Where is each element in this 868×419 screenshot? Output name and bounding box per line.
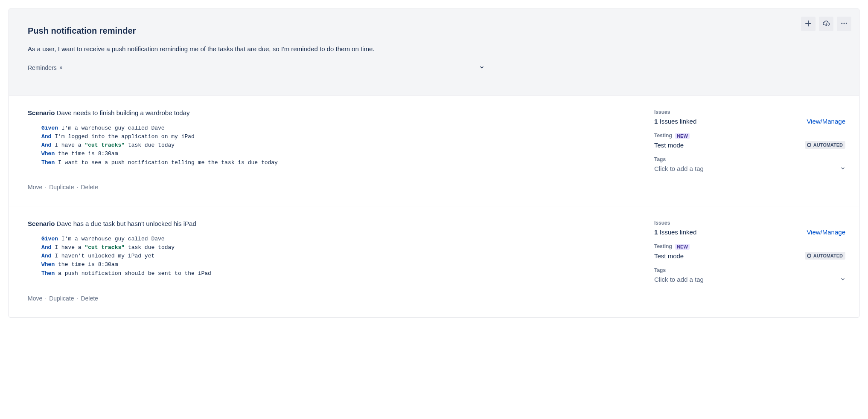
scenario-sidebar: Issues1 Issues linkedView/ManageTesting …: [654, 95, 859, 206]
issues-linked-text: 1 Issues linked: [654, 118, 696, 125]
issues-heading: Issues: [654, 109, 845, 115]
feature-card: Push notification reminder As a user, I …: [9, 9, 859, 318]
duplicate-action[interactable]: Duplicate: [49, 184, 74, 191]
circle-icon: [807, 143, 811, 147]
download-button[interactable]: [819, 17, 833, 31]
testing-heading: Testing NEW: [654, 133, 845, 139]
move-action[interactable]: Move: [28, 184, 42, 191]
gherkin-steps[interactable]: Given I'm a warehouse guy called Dave An…: [28, 235, 635, 278]
chevron-down-icon: [840, 277, 845, 282]
scenarios-list: Scenario Dave needs to finish building a…: [9, 95, 859, 317]
feature-description: As a user, I want to receive a push noti…: [28, 45, 840, 52]
plus-icon: [805, 20, 812, 28]
issues-row: 1 Issues linkedView/Manage: [654, 228, 845, 236]
test-mode-row: Test modeAUTOMATED: [654, 252, 845, 260]
scenario-main: Scenario Dave needs to finish building a…: [9, 95, 654, 206]
feature-tag-chip[interactable]: Reminders ✕: [28, 64, 63, 71]
duplicate-action[interactable]: Duplicate: [49, 295, 74, 302]
scenario-block: Scenario Dave has a due task but hasn't …: [9, 206, 859, 317]
scenario-title[interactable]: Scenario Dave needs to finish building a…: [28, 109, 635, 116]
new-badge: NEW: [675, 244, 690, 250]
issues-linked-text: 1 Issues linked: [654, 228, 696, 236]
tags-heading: Tags: [654, 267, 845, 273]
test-mode-label: Test mode: [654, 142, 684, 149]
tag-placeholder-text: Click to add a tag: [654, 276, 704, 283]
test-mode-label: Test mode: [654, 252, 684, 260]
new-badge: NEW: [675, 133, 690, 139]
chevron-down-icon: [479, 65, 484, 70]
testing-heading: Testing NEW: [654, 243, 845, 249]
feature-header: Push notification reminder As a user, I …: [9, 9, 859, 95]
tags-dropdown-toggle[interactable]: [479, 64, 484, 71]
svg-point-2: [846, 23, 847, 24]
gherkin-steps[interactable]: Given I'm a warehouse guy called Dave An…: [28, 124, 635, 167]
automated-badge[interactable]: AUTOMATED: [805, 141, 845, 149]
delete-action[interactable]: Delete: [81, 184, 98, 191]
chevron-down-icon: [840, 166, 845, 171]
close-icon[interactable]: ✕: [59, 66, 63, 70]
move-action[interactable]: Move: [28, 295, 42, 302]
add-tag-row[interactable]: Click to add a tag: [654, 165, 845, 172]
svg-point-0: [841, 23, 842, 24]
add-tag-row[interactable]: Click to add a tag: [654, 276, 845, 283]
scenario-actions: Move·Duplicate·Delete: [28, 295, 635, 302]
more-button[interactable]: [837, 17, 851, 31]
scenario-block: Scenario Dave needs to finish building a…: [9, 95, 859, 206]
scenario-main: Scenario Dave has a due task but hasn't …: [9, 206, 654, 317]
test-mode-row: Test modeAUTOMATED: [654, 141, 845, 149]
scenario-sidebar: Issues1 Issues linkedView/ManageTesting …: [654, 206, 859, 317]
issues-row: 1 Issues linkedView/Manage: [654, 118, 845, 125]
tag-placeholder-text: Click to add a tag: [654, 165, 704, 172]
cloud-download-icon: [822, 20, 830, 29]
more-horizontal-icon: [840, 20, 848, 29]
circle-icon: [807, 254, 811, 258]
automated-badge[interactable]: AUTOMATED: [805, 252, 845, 260]
view-manage-link[interactable]: View/Manage: [807, 118, 845, 125]
tags-heading: Tags: [654, 156, 845, 162]
view-manage-link[interactable]: View/Manage: [807, 228, 845, 236]
scenario-title[interactable]: Scenario Dave has a due task but hasn't …: [28, 220, 635, 227]
scenario-actions: Move·Duplicate·Delete: [28, 184, 635, 191]
issues-heading: Issues: [654, 220, 845, 226]
feature-tag-label: Reminders: [28, 64, 57, 71]
delete-action[interactable]: Delete: [81, 295, 98, 302]
add-button[interactable]: [801, 17, 816, 31]
tags-dropdown-toggle[interactable]: [840, 276, 845, 283]
svg-point-1: [844, 23, 845, 24]
tags-dropdown-toggle[interactable]: [840, 165, 845, 172]
header-actions: [801, 17, 851, 31]
feature-title: Push notification reminder: [28, 26, 840, 36]
